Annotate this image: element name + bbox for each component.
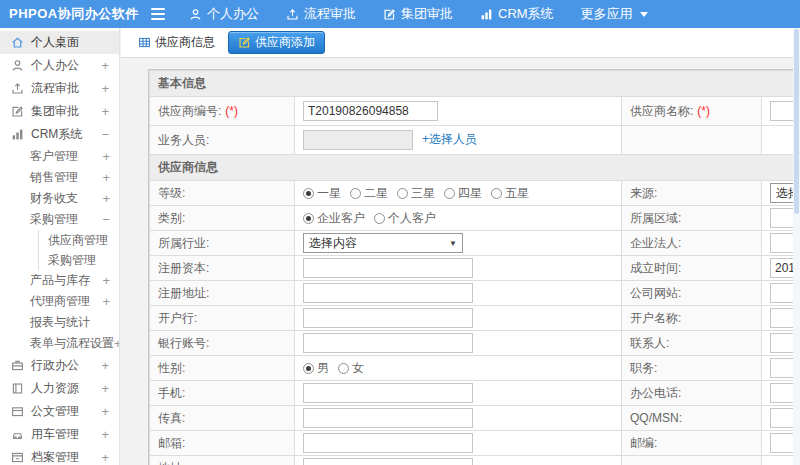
radio-option[interactable]: 四星 bbox=[444, 185, 482, 202]
form-label: 开户行: bbox=[150, 306, 295, 331]
sidebar-item-label: 用车管理 bbox=[31, 426, 101, 443]
radio-option[interactable]: 二星 bbox=[350, 185, 388, 202]
form-label-text: 供应商编号: bbox=[158, 104, 221, 118]
sidebar-subitem[interactable]: 报表与统计 bbox=[0, 312, 119, 333]
person-icon bbox=[189, 8, 202, 21]
form-field: 企业客户个人客户 bbox=[295, 206, 622, 231]
select-person-link[interactable]: +选择人员 bbox=[422, 132, 477, 146]
sidebar-item[interactable]: CRM系统− bbox=[0, 123, 119, 146]
radio-label: 企业客户 bbox=[317, 210, 365, 227]
sidebar-item[interactable]: 流程审批+ bbox=[0, 77, 119, 100]
form-label-text: 来源: bbox=[630, 186, 657, 200]
form-label: 传真: bbox=[150, 406, 295, 431]
text-input[interactable] bbox=[303, 333, 473, 353]
sidebar-item[interactable]: 用车管理+ bbox=[0, 423, 119, 446]
radio-option[interactable]: 男 bbox=[303, 360, 329, 377]
radio-label: 五星 bbox=[505, 185, 529, 202]
sidebar-item[interactable]: 个人办公+ bbox=[0, 54, 119, 77]
supplier-form-table: 基本信息供应商编号:(*)供应商名称:(*)业务人员:+选择人员供应商信息等级:… bbox=[149, 70, 800, 465]
archive-icon bbox=[11, 451, 24, 464]
radio-label: 二星 bbox=[364, 185, 388, 202]
sidebar-subsubitem[interactable]: 采购管理 bbox=[39, 250, 119, 270]
form-field bbox=[295, 97, 622, 126]
sidebar-item-label: CRM系统 bbox=[31, 126, 101, 143]
select-input[interactable]: 选择内容▼ bbox=[303, 233, 463, 253]
expand-toggle-icon[interactable]: + bbox=[101, 381, 109, 396]
sidebar-item-label: 个人桌面 bbox=[31, 34, 109, 51]
briefcase-icon bbox=[11, 359, 24, 372]
form-label: 公司网站: bbox=[622, 281, 762, 306]
sidebar-subitem[interactable]: 表单与流程设置+ bbox=[0, 333, 119, 354]
expand-toggle-icon[interactable]: − bbox=[101, 127, 109, 142]
sidebar-subitem[interactable]: 销售管理+ bbox=[0, 167, 119, 188]
radio-option[interactable]: 个人客户 bbox=[374, 210, 436, 227]
sidebar-subitem[interactable]: 采购管理− bbox=[0, 209, 119, 230]
text-input[interactable] bbox=[303, 308, 473, 328]
sidebar-subitem[interactable]: 代理商管理+ bbox=[0, 291, 119, 312]
supplier-form: 基本信息供应商编号:(*)供应商名称:(*)业务人员:+选择人员供应商信息等级:… bbox=[148, 69, 800, 465]
text-input[interactable] bbox=[303, 258, 473, 278]
expand-toggle-icon[interactable]: + bbox=[101, 81, 109, 96]
top-nav-item[interactable]: 更多应用 bbox=[581, 5, 648, 23]
sidebar-item[interactable]: 人力资源+ bbox=[0, 377, 119, 400]
menu-toggle-icon[interactable] bbox=[151, 8, 165, 20]
required-mark: (*) bbox=[697, 104, 710, 118]
expand-toggle-icon[interactable]: + bbox=[101, 450, 109, 465]
sidebar-subitem[interactable]: 客户管理+ bbox=[0, 146, 119, 167]
sidebar-item[interactable]: 个人桌面 bbox=[0, 31, 119, 54]
radio-icon bbox=[397, 188, 408, 199]
expand-toggle-icon[interactable]: + bbox=[102, 294, 110, 309]
expand-toggle-icon[interactable]: + bbox=[102, 149, 110, 164]
text-input[interactable] bbox=[303, 101, 438, 121]
radio-option[interactable]: 一星 bbox=[303, 185, 341, 202]
radio-option[interactable]: 三星 bbox=[397, 185, 435, 202]
expand-toggle-icon[interactable]: + bbox=[114, 336, 120, 351]
expand-toggle-icon[interactable]: + bbox=[101, 58, 109, 73]
form-field bbox=[295, 306, 622, 331]
radio-label: 三星 bbox=[411, 185, 435, 202]
form-row: 业务人员:+选择人员 bbox=[150, 126, 800, 155]
form-row: 手机:办公电话: bbox=[150, 381, 800, 406]
top-nav-item[interactable]: 个人办公 bbox=[189, 5, 259, 23]
top-nav-item[interactable]: 流程审批 bbox=[286, 5, 356, 23]
text-input[interactable] bbox=[303, 283, 473, 303]
text-input[interactable] bbox=[303, 130, 413, 150]
form-label-text: 手机: bbox=[158, 386, 185, 400]
text-input[interactable] bbox=[303, 383, 473, 403]
radio-option[interactable]: 企业客户 bbox=[303, 210, 365, 227]
expand-toggle-icon[interactable]: + bbox=[101, 404, 109, 419]
form-label-text: 类别: bbox=[158, 211, 185, 225]
sidebar-subitem[interactable]: 财务收支+ bbox=[0, 188, 119, 209]
sidebar-item[interactable]: 公文管理+ bbox=[0, 400, 119, 423]
expand-toggle-icon[interactable]: + bbox=[101, 427, 109, 442]
tab-supplier-add[interactable]: 供应商添加 bbox=[228, 31, 325, 54]
sidebar-subsubitem[interactable]: 供应商管理 bbox=[39, 230, 119, 250]
sidebar-subitem[interactable]: 产品与库存+ bbox=[0, 270, 119, 291]
expand-toggle-icon[interactable]: + bbox=[101, 104, 109, 119]
sidebar: 个人桌面个人办公+流程审批+集团审批+CRM系统−客户管理+销售管理+财务收支+… bbox=[0, 28, 120, 465]
form-row: 注册地址:公司网站: bbox=[150, 281, 800, 306]
form-label-text: 邮编: bbox=[630, 436, 657, 450]
top-nav: 个人办公流程审批集团审批CRM系统更多应用 bbox=[189, 5, 648, 23]
top-nav-item[interactable]: 集团审批 bbox=[383, 5, 453, 23]
text-input[interactable] bbox=[303, 458, 473, 465]
expand-toggle-icon[interactable]: + bbox=[101, 358, 109, 373]
vertical-scrollbar[interactable] bbox=[793, 28, 800, 465]
tab-supplier-info[interactable]: 供应商信息 bbox=[134, 32, 219, 53]
expand-toggle-icon[interactable]: + bbox=[102, 170, 110, 185]
sidebar-item[interactable]: 档案管理+ bbox=[0, 446, 119, 465]
sidebar-item[interactable]: 集团审批+ bbox=[0, 100, 119, 123]
expand-toggle-icon[interactable]: + bbox=[102, 273, 110, 288]
main-area: 供应商信息 供应商添加 基本信息供应商编号:(*)供应商名称:(*)业务人员:+… bbox=[121, 28, 800, 465]
caret-down-icon bbox=[640, 12, 648, 17]
sidebar-item[interactable]: 行政办公+ bbox=[0, 354, 119, 377]
expand-toggle-icon[interactable]: − bbox=[102, 212, 110, 227]
text-input[interactable] bbox=[303, 408, 473, 428]
radio-option[interactable]: 五星 bbox=[491, 185, 529, 202]
top-nav-item[interactable]: CRM系统 bbox=[480, 5, 554, 23]
radio-option[interactable]: 女 bbox=[338, 360, 364, 377]
scrollbar-thumb[interactable] bbox=[794, 29, 799, 214]
nav-item-label: 集团审批 bbox=[401, 5, 453, 23]
text-input[interactable] bbox=[303, 433, 473, 453]
expand-toggle-icon[interactable]: + bbox=[102, 191, 110, 206]
